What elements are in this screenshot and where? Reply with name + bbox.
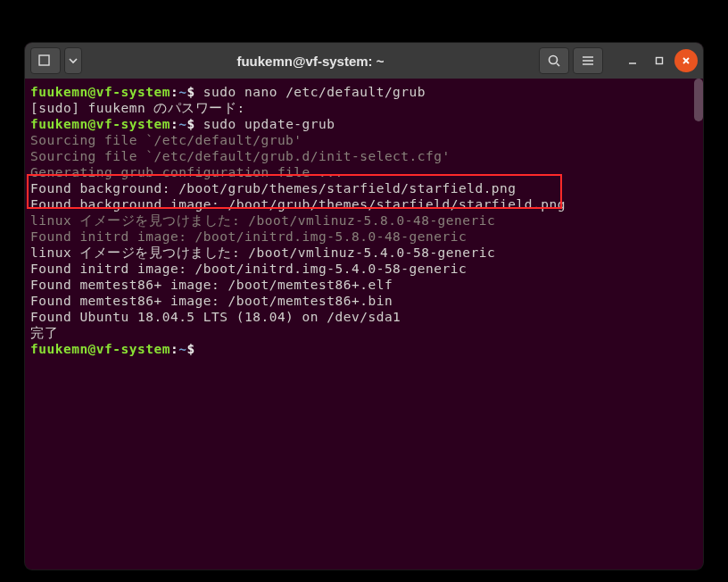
prompt-symbol: $ [186, 85, 194, 99]
terminal-line: linux イメージを見つけました: /boot/vmlinuz-5.8.0-4… [30, 212, 698, 229]
terminal-line: Generating grub configuration file ... [30, 164, 698, 180]
svg-rect-0 [39, 55, 49, 65]
scrollbar-thumb[interactable] [694, 79, 703, 121]
minimize-button[interactable] [621, 49, 644, 72]
prompt-user: fuukemn@vf-system [30, 117, 170, 131]
terminal-line: fuukemn@vf-system:~$ sudo update-grub [30, 116, 698, 132]
titlebar-right [539, 47, 698, 74]
terminal-line: Found initrd image: /boot/initrd.img-5.8… [30, 229, 698, 245]
terminal-line: Found memtest86+ image: /boot/memtest86+… [30, 277, 698, 293]
svg-rect-2 [657, 58, 663, 64]
tab-dropdown-button[interactable] [64, 47, 82, 74]
maximize-icon [654, 55, 665, 66]
prompt-sep: : [170, 342, 178, 356]
maximize-button[interactable] [648, 49, 671, 72]
terminal-line: Sourcing file `/etc/default/grub' [30, 132, 698, 148]
prompt-path: ~ [178, 85, 186, 99]
terminal-line: Found initrd image: /boot/initrd.img-5.4… [30, 261, 698, 277]
terminal-line: Found background image: /boot/grub/theme… [30, 196, 698, 212]
prompt-user: fuukemn@vf-system [30, 85, 170, 99]
terminal-line: linux イメージを見つけました: /boot/vmlinuz-5.4.0-5… [30, 245, 698, 261]
hamburger-icon [581, 54, 595, 68]
prompt-symbol: $ [186, 342, 194, 356]
terminal-body[interactable]: fuukemn@vf-system:~$ sudo nano /etc/defa… [25, 79, 703, 570]
terminal-line: fuukemn@vf-system:~$ [30, 341, 698, 357]
new-tab-icon [37, 53, 54, 69]
svg-point-1 [550, 56, 558, 64]
close-button[interactable] [674, 49, 698, 72]
command-text: sudo nano /etc/default/grub [195, 85, 426, 99]
minimize-icon [627, 55, 638, 66]
chevron-down-icon [69, 56, 78, 65]
prompt-symbol: $ [186, 117, 194, 131]
command-text: sudo update-grub [195, 117, 335, 131]
titlebar: fuukemn@vf-system: ~ [25, 43, 703, 79]
prompt-path: ~ [178, 117, 186, 131]
command-text [195, 342, 203, 356]
new-tab-button[interactable] [30, 47, 61, 74]
terminal-window: fuukemn@vf-system: ~ [25, 43, 703, 570]
prompt-path: ~ [178, 342, 186, 356]
terminal-line: Sourcing file `/etc/default/grub.d/init-… [30, 148, 698, 164]
search-button[interactable] [539, 47, 569, 74]
terminal-line: Found background: /boot/grub/themes/star… [30, 180, 698, 196]
titlebar-left [30, 47, 82, 74]
terminal-line: Found Ubuntu 18.04.5 LTS (18.04) on /dev… [30, 309, 698, 325]
terminal-line: Found memtest86+ image: /boot/memtest86+… [30, 293, 698, 309]
close-icon [681, 55, 691, 66]
prompt-sep: : [170, 117, 178, 131]
window-title: fuukemn@vf-system: ~ [86, 54, 535, 69]
search-icon [547, 54, 561, 68]
prompt-sep: : [170, 85, 178, 99]
menu-button[interactable] [573, 47, 603, 74]
terminal-line: fuukemn@vf-system:~$ sudo nano /etc/defa… [30, 84, 698, 100]
terminal-line: 完了 [30, 325, 698, 341]
terminal-line: [sudo] fuukemn のパスワード: [30, 100, 698, 116]
prompt-user: fuukemn@vf-system [30, 342, 170, 356]
